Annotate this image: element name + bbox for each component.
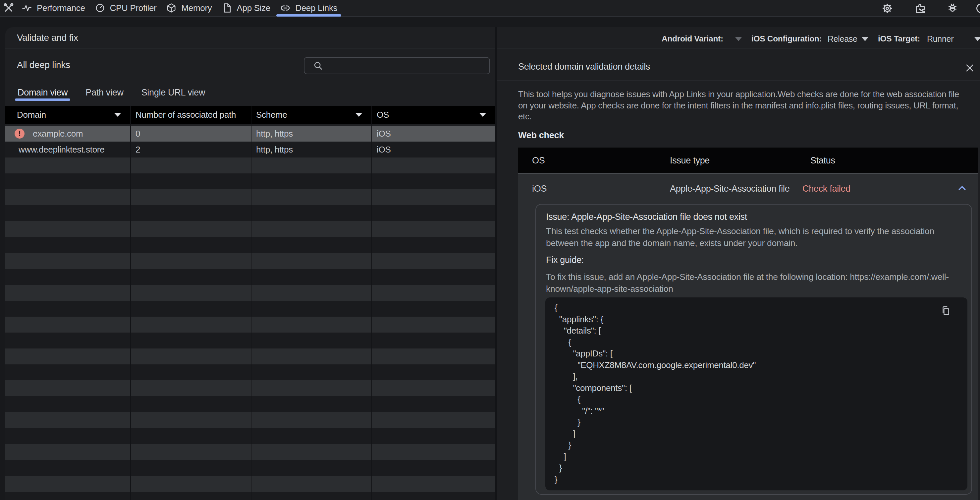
ios-target-label: iOS Target: — [878, 34, 920, 43]
ios-configuration-value[interactable]: Release — [827, 34, 858, 44]
android-variant-label: Android Variant: — [662, 34, 723, 43]
scheme-cell: http, https — [251, 126, 371, 142]
os-cell: iOS — [371, 142, 495, 158]
empty-row — [5, 253, 495, 269]
column-dropdown-arrow-icon[interactable] — [479, 113, 486, 117]
column-header-domain[interactable]: Domain — [5, 106, 130, 124]
empty-row — [5, 332, 495, 348]
web-check-table-header: OS Issue type Status — [518, 147, 978, 173]
empty-row — [5, 221, 495, 237]
deep-links-tool-page: { "topbar": { "logo_icon": "profiler-too… — [0, 0, 980, 500]
fix-guide-text: To fix this issue, add an Apple-App-Site… — [546, 271, 962, 295]
column-header-number-of-associated-path[interactable]: Number of associated path — [130, 106, 251, 124]
domain-cell: www.deeplinktest.store — [19, 145, 104, 155]
ios-configuration-label: iOS Configuration: — [751, 34, 822, 43]
issue-title: Issue: Apple-App-Site-Association file d… — [546, 212, 747, 222]
close-icon[interactable] — [964, 62, 975, 73]
os-cell: iOS — [371, 126, 495, 142]
validation-details-section: Selected domain validation details This … — [497, 49, 980, 500]
search-input[interactable] — [328, 61, 481, 71]
profiler-tools-icon — [0, 0, 17, 16]
empty-row — [5, 205, 495, 221]
empty-row — [5, 173, 495, 189]
column-header-os[interactable]: OS — [371, 106, 495, 124]
main-panel: Validate and fix Android Variant: iOS Co… — [5, 27, 980, 500]
error-icon: ! — [14, 129, 24, 139]
domain-row-example.com[interactable]: !example.com 0 http, https iOS — [5, 126, 495, 142]
details-description: This tool helps you diagnose issues with… — [518, 89, 967, 122]
empty-row — [5, 476, 495, 492]
ios-target-value[interactable]: Runner — [927, 34, 953, 44]
web-check-col-os: OS — [518, 155, 670, 166]
web-check-table: OS Issue type Status iOS Apple-App-Site-… — [518, 147, 978, 500]
copy-icon[interactable] — [940, 305, 951, 317]
column-header-scheme[interactable]: Scheme — [251, 106, 371, 124]
empty-row — [5, 269, 495, 285]
settings-icon[interactable] — [881, 2, 893, 14]
ios-configuration-dropdown-arrow-icon[interactable] — [862, 37, 869, 41]
web-check-col-issue-type: Issue type — [670, 155, 810, 166]
top-tab-app-size[interactable]: App Size — [217, 0, 276, 16]
domain-cell: example.com — [33, 129, 83, 139]
web-check-row-ios[interactable]: iOS Apple-App-Site-Association file Chec… — [518, 174, 978, 203]
deep-links-icon — [280, 3, 290, 13]
column-dropdown-arrow-icon[interactable] — [114, 113, 121, 117]
view-tab-path-view[interactable]: Path view — [80, 83, 129, 101]
empty-row — [5, 444, 495, 460]
fix-guide-label: Fix guide: — [546, 255, 584, 265]
domain-row-www.deeplinktest.store[interactable]: www.deeplinktest.store 2 http, https iOS — [5, 142, 495, 158]
ios-target-dropdown-arrow-icon[interactable] — [974, 37, 980, 41]
empty-row — [5, 396, 495, 412]
android-variant-dropdown-arrow-icon[interactable] — [735, 37, 742, 41]
web-check-heading: Web check — [518, 130, 564, 141]
empty-row — [5, 237, 495, 253]
top-tab-performance[interactable]: Performance — [17, 0, 90, 16]
top-tab-bar: PerformanceCPU ProfilerMemoryApp SizeDee… — [0, 0, 980, 17]
top-tab-memory[interactable]: Memory — [161, 0, 217, 16]
details-title: Selected domain validation details — [518, 62, 650, 72]
empty-row — [5, 412, 495, 428]
web-check-col-status: Status — [810, 155, 978, 166]
bug-icon[interactable] — [947, 2, 958, 14]
panel-title: Validate and fix — [17, 32, 78, 43]
aasa-code: { "applinks": { "details": [ { "appIDs":… — [555, 302, 958, 485]
web-check-row-issue-type: Apple-App-Site-Association file — [670, 184, 802, 194]
column-dropdown-arrow-icon[interactable] — [355, 113, 362, 117]
empty-row — [5, 492, 495, 500]
aasa-code-block: { "applinks": { "details": [ { "appIDs":… — [545, 297, 967, 490]
empty-row — [5, 380, 495, 396]
search-box[interactable] — [304, 57, 490, 74]
web-check-row-os: iOS — [518, 184, 670, 194]
empty-row — [5, 348, 495, 364]
paths-cell: 0 — [130, 126, 251, 142]
issue-details-card: Issue: Apple-App-Site-Association file d… — [535, 204, 972, 495]
chevron-up-icon[interactable] — [958, 184, 967, 192]
domains-table-body: !example.com 0 http, https iOS www.deepl… — [5, 124, 495, 500]
clock-icon[interactable] — [975, 2, 980, 14]
top-tab-deep-links[interactable]: Deep Links — [275, 0, 342, 16]
app-size-icon — [222, 3, 232, 13]
domains-table-header: DomainNumber of associated pathSchemeOS — [5, 106, 495, 124]
issue-description: This test checks whether the Apple-App-S… — [546, 225, 962, 249]
view-tab-single-url-view[interactable]: Single URL view — [136, 83, 211, 101]
view-tabs: Domain viewPath viewSingle URL view — [12, 83, 210, 101]
empty-row — [5, 460, 495, 476]
memory-icon — [166, 3, 176, 13]
empty-row — [5, 364, 495, 380]
performance-icon — [22, 3, 32, 13]
search-icon — [313, 61, 323, 70]
cpu-profiler-icon — [95, 3, 105, 13]
web-check-table-body: iOS Apple-App-Site-Association file Chec… — [518, 174, 978, 500]
empty-row — [5, 317, 495, 332]
empty-row — [5, 285, 495, 301]
empty-row — [5, 158, 495, 173]
web-check-row-status: Check failed — [802, 184, 978, 194]
paths-cell: 2 — [130, 142, 251, 158]
empty-row — [5, 301, 495, 317]
view-tab-domain-view[interactable]: Domain view — [12, 83, 73, 101]
validate-toolbar: Validate and fix Android Variant: iOS Co… — [5, 27, 980, 48]
all-deep-links-title: All deep links — [17, 60, 70, 70]
top-tab-cpu-profiler[interactable]: CPU Profiler — [90, 0, 162, 16]
plugins-icon[interactable] — [915, 2, 926, 14]
deep-links-list-section: All deep links Domain viewPath viewSingl… — [5, 49, 495, 500]
